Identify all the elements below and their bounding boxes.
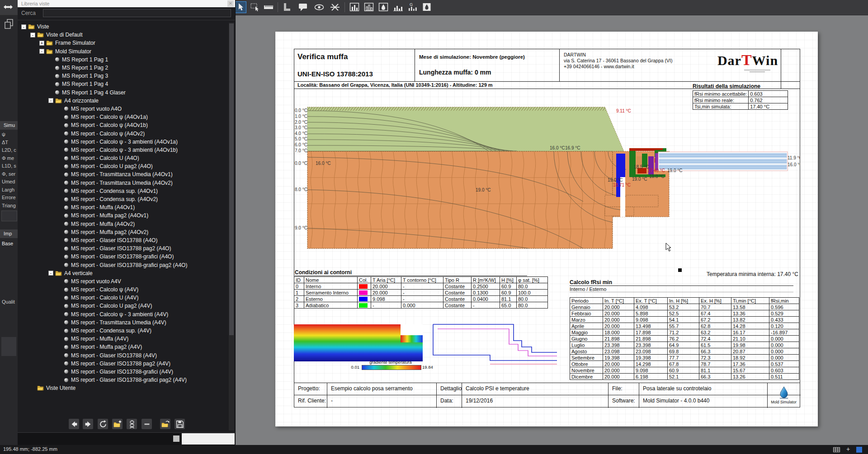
tree-vertical-scrollbar[interactable] [229,23,234,431]
tree-item[interactable]: MS report - Glaser ISO13788 pag2 (A4V) [18,360,228,368]
eye-icon[interactable] [313,1,325,13]
chart-frame-outline-icon[interactable] [363,1,375,13]
tree-item[interactable]: MS report - Calcolo ψ (A4Ov1b) [18,121,228,129]
tree-folder[interactable]: +Frame Simulator [18,39,228,47]
clear-x-icon[interactable]: ✕ [227,0,234,7]
tree-item[interactable]: MS report - Glaser ISO13788-grafici (A4V… [18,368,228,376]
view-dot-icon [64,222,68,226]
tree-item[interactable]: MS Report 1 Pag 2 [18,64,228,72]
droplet-solid-icon[interactable] [421,1,433,13]
tree-item-label: MS report - Calcolo U (A4O) [71,155,139,161]
tree-item[interactable]: MS report - Glaser ISO13788-grafici pag2… [18,261,228,269]
strip-item-base[interactable]: Base [2,241,13,246]
tree-folder[interactable]: -A4 verticale [18,269,228,277]
tree-item[interactable]: MS report - Glaser ISO13788 pag2 (A4O) [18,244,228,253]
tree-item[interactable]: MS report - Muffa pag2 (A4Ov2) [18,228,228,236]
tree-item[interactable]: MS Report 1 Pag 1 [18,56,228,64]
tree-item[interactable]: MS report - Condensa sup. (A4Ov2) [18,195,228,203]
plus-icon[interactable]: + [846,445,850,453]
tree-folder[interactable]: Viste Utente [18,384,228,392]
frsi-cell: 0.433 [769,317,799,323]
tree-item[interactable]: MS report - Calcolo U (A4V) [18,294,228,302]
tree-item[interactable]: MS report - Muffa (A4V) [18,335,228,343]
tree-item[interactable]: MS Report 1 Pag 3 [18,72,228,80]
search-input[interactable] [43,9,231,17]
strip-tile[interactable] [1,337,16,356]
boundary-cell [358,283,371,290]
tree-horizontal-scrollbar[interactable] [18,433,235,445]
tree-item[interactable]: MS report - Calcolo U pag2 (A4O) [18,162,228,170]
tree-item[interactable]: MS report vuoto A4O [18,105,228,113]
tree-item[interactable]: MS Report 1 Pag 4 [18,80,228,88]
tree-item[interactable]: MS Report 1 Pag 4 Glaser [18,89,228,97]
tree-item[interactable]: MS report - Calcolo ψ - 3 ambienti (A4V) [18,310,228,318]
strip-item-quality[interactable]: Qualit [2,299,15,304]
report-page[interactable]: Verifica muffa UNI-EN-ISO 13788:2013 Mes… [275,32,818,426]
l-profile-icon[interactable] [281,1,292,13]
select-cursor-icon[interactable] [235,1,246,13]
tree-item[interactable]: MS report - Muffa pag2 (A4V) [18,343,228,351]
comment-bubble-icon[interactable] [297,1,309,13]
save-floppy-button[interactable] [175,419,185,429]
area-select-icon[interactable] [249,1,261,13]
tree-item[interactable]: MS report - Glaser ISO13788-grafici (A4O… [18,253,228,261]
tree-folder[interactable]: -Viste di Default [18,31,228,39]
folder-import-button[interactable] [160,419,170,429]
collapse-icon[interactable]: - [48,98,53,103]
scrollbar-thumb[interactable] [182,433,235,445]
frsi-cell: 20.000 [603,374,634,380]
chart-g-bars-icon[interactable]: G [406,1,418,13]
reorder-button[interactable] [127,419,137,429]
tree-item[interactable]: MS report - Condensa sup. (A4V) [18,327,228,335]
collapse-icon[interactable]: - [21,24,26,29]
frsi-cell: 13.58 [731,304,769,310]
ruler-icon[interactable] [263,1,274,13]
tree-item[interactable]: MS report - Trasmittanza Umedia (A4Ov1) [18,170,228,178]
delete-cross-icon[interactable] [329,1,341,13]
tree-item[interactable]: MS report - Trasmittanza Umedia (A4Ov2) [18,179,228,187]
collapse-icon[interactable]: - [30,33,35,37]
tree-folder[interactable]: -Viste [18,23,228,31]
strip-field[interactable] [1,211,17,221]
tree-item[interactable]: MS report - Trasmittanza Umedia (A4V) [18,318,228,327]
tree-item[interactable]: MS report - Glaser ISO13788-grafici pag2… [18,376,228,384]
chart-droplet-icon[interactable] [377,1,389,13]
tree-item[interactable]: MS report vuoto A4V [18,277,228,286]
chart-bars-icon[interactable] [392,1,404,13]
chart-frame-filled-icon[interactable] [349,1,360,13]
tree-item[interactable]: MS report - Condensa sup. (A4Ov1) [18,187,228,195]
copy-page-icon[interactable] [4,19,14,32]
view-library-title-field[interactable]: Libreria viste [18,0,235,7]
refresh-button[interactable] [98,419,108,429]
scrollbar-thumb[interactable] [229,23,234,335]
tree-item[interactable]: MS report - Calcolo ψ - 3 ambienti (A4Ov… [18,146,228,154]
remove-minus-button[interactable] [142,419,152,429]
forward-arrow-button[interactable] [83,419,93,429]
tree-item[interactable]: MS report - Calcolo ψ - 3 ambienti (A4Ov… [18,138,228,146]
tree-folder[interactable]: -A4 orizzontale [18,97,228,105]
tree-item[interactable]: MS report - Muffa pag2 (A4Ov1) [18,211,228,220]
grid-icon[interactable] [833,447,840,452]
collapse-icon[interactable]: - [39,49,44,54]
boundary-cell [358,296,371,302]
tree-item[interactable]: MS report - Glaser ISO13788 (A4O) [18,236,228,244]
pan-arrows-icon[interactable] [2,1,14,13]
thermal-gradient-step [401,335,423,342]
accent-square-icon[interactable] [856,447,862,453]
tree-item[interactable]: MS report - Calcolo ψ (A4Ov2) [18,129,228,137]
expand-icon[interactable]: + [39,41,44,46]
tree-item-label: MS report - Glaser ISO13788-grafici pag2… [71,262,187,268]
collapse-icon[interactable]: - [48,271,53,276]
tree-item[interactable]: MS report - Calcolo U (A4O) [18,154,228,162]
scrollbar-button[interactable] [173,435,179,442]
tree-item[interactable]: MS report - Calcolo ψ (A4V) [18,286,228,294]
tree-folder[interactable]: -Mold Simulator [18,47,228,56]
tree-item[interactable]: MS report - Muffa (A4Ov2) [18,220,228,228]
back-arrow-button[interactable] [69,419,79,429]
tree-item[interactable]: MS report - Calcolo ψ (A4Ov1a) [18,113,228,121]
folder-add-button[interactable] [112,419,123,429]
tree-item[interactable]: MS report - Glaser ISO13788 (A4V) [18,351,228,360]
view-dot-icon [64,288,68,292]
tree-item[interactable]: MS report - Calcolo U pag2 (A4V) [18,302,228,310]
tree-item[interactable]: MS report - Muffa (A4Ov1) [18,203,228,211]
